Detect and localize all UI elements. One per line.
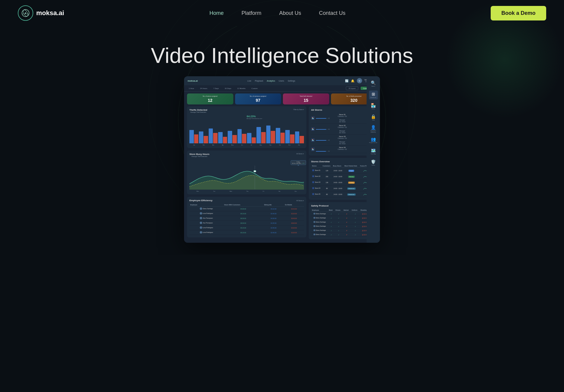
emp-sitting-idle: 03:45:00 xyxy=(263,230,284,235)
store-info: Store 04 Cameras • 20 21 xyxy=(316,147,369,152)
so-col-hours: Busy Hours xyxy=(332,164,344,168)
safety-table-row: Elena Santiago ✓ ✓ ✗ ✓ @10:00 - 12:00 xyxy=(311,233,375,237)
so-store-name: Store 01 xyxy=(311,168,322,174)
book-demo-button[interactable]: Book a Demo xyxy=(491,6,546,20)
safety-table: Employee Mask Gloves Hairnet Uniform Bre… xyxy=(311,209,375,237)
nav-platform[interactable]: Platform xyxy=(242,10,262,16)
stat-theft-label: Total theft detected xyxy=(285,95,327,97)
sp-hairnet: ✗ xyxy=(343,228,351,233)
emp-name: Aria Thompson xyxy=(189,216,223,221)
so-col-aisle: Most Visited Aisle xyxy=(343,164,359,168)
check-icon: ✓ xyxy=(338,217,339,219)
filter-custom[interactable]: Custom xyxy=(250,87,259,90)
store-manager: ManagerJon Snow xyxy=(316,119,369,123)
sp-gloves: ✓ xyxy=(335,212,343,216)
sp-employee-name: Elena Santiago xyxy=(311,224,328,228)
thefts-chart-title: Thefts Detected xyxy=(189,109,207,111)
store-cameras: Cameras • 20 xyxy=(316,148,369,150)
emp-sitting-idle: 04:00:00 xyxy=(263,216,284,221)
hero-section: Video Intelligence Solutions moksa.ai Li… xyxy=(0,26,564,255)
dash-nav-analytics[interactable]: Analytics xyxy=(267,80,275,82)
sp-hairnet: ✗ xyxy=(343,216,351,220)
employee-table-row: Luna Rodriguez 05:15:00 03:45:00 02:20:0… xyxy=(189,230,304,235)
check-icon: ✓ xyxy=(331,213,332,215)
nav-contact[interactable]: Contact Us xyxy=(319,10,346,16)
dash-logo: moksa.ai xyxy=(188,80,198,82)
emp-sitting-idle: 03:45:00 xyxy=(263,211,284,216)
stores-icon: 🏪 xyxy=(371,103,376,108)
dash-main-content: Thefts Detected Average Theft Detection … xyxy=(184,106,380,243)
all-stores-header: All Stores + Add Store xyxy=(311,109,375,111)
dash-nav-users[interactable]: Users xyxy=(279,80,284,82)
sidebar-heatmap[interactable]: 🗺️ Heat Map xyxy=(369,147,378,156)
sp-hairnet: ✗ xyxy=(343,224,351,228)
safety-table-row: Elena Santiago ✓ ✓ ✗ ✓ @10:00 - 12:00 xyxy=(311,212,375,216)
filter-12months[interactable]: 12 Months xyxy=(235,87,247,90)
dash-navbar: moksa.ai Live Playback Analytics Users S… xyxy=(184,76,380,85)
filter-24hours[interactable]: 24 Hours xyxy=(198,87,209,90)
dash-nav-settings[interactable]: Settings xyxy=(288,80,295,82)
stores-overview-header: Stores Overview All Stores ▾ xyxy=(311,160,375,163)
chart-month-labels: JanFebMar AprMayJun JulAugSep OctNovDec xyxy=(189,144,304,146)
logo-text: moksa.ai xyxy=(36,9,64,17)
emp-col-mobile: On Mobile xyxy=(284,203,304,207)
check-icon: ✓ xyxy=(331,234,332,236)
check-icon: ✓ xyxy=(355,217,356,219)
nav-about[interactable]: About Us xyxy=(279,10,301,16)
sp-mask: ✓ xyxy=(328,216,335,220)
stores-overview-row: Store 05 88 14:00 - 18:00 Electronics xyxy=(311,191,375,197)
sidebar-dashboard[interactable]: ⊞ Dashboard xyxy=(369,91,378,99)
logo-icon xyxy=(18,5,33,21)
emp-col-idle: Sitting Idle xyxy=(263,203,284,207)
stat-theft-detected: Total theft detected 15 xyxy=(283,93,329,104)
employee-filter[interactable]: All Stores ▾ xyxy=(296,200,304,201)
sp-uniform: ✓ xyxy=(351,224,360,228)
sp-employee-name: Elena Santiago xyxy=(311,212,328,216)
sidebar-dashboard-label: Dashboard xyxy=(370,97,376,98)
sidebar-search[interactable]: 🔍 Search xyxy=(369,79,378,88)
sidebar-stores[interactable]: 🏪 Stores xyxy=(369,102,378,111)
filter-30days[interactable]: 30 Days xyxy=(223,87,233,90)
employee-icon: 👤 xyxy=(371,125,376,130)
sp-mask: ✓ xyxy=(328,228,335,233)
svg-point-2 xyxy=(25,12,26,14)
so-aisle: Grocery xyxy=(343,174,359,180)
search-icon: 🔍 xyxy=(371,80,376,85)
x-icon: ✗ xyxy=(346,213,347,215)
sp-hairnet: ✗ xyxy=(343,220,351,224)
so-busy-hours: 14:00 - 18:00 xyxy=(332,168,344,174)
sp-mask: ✓ xyxy=(328,220,335,224)
thefts-chart-section: Thefts Detected Average Theft Detection … xyxy=(187,106,306,148)
export-button[interactable]: ⬆ Export xyxy=(346,86,358,90)
filter-7days[interactable]: 7 Days xyxy=(211,87,221,90)
so-busy-hours: 14:00 - 18:00 xyxy=(332,174,344,180)
store-list-item: 🏪 Store 02 Cameras • 20 22 ManagerJon Sn… xyxy=(311,124,375,135)
store-list-item: 🏪 Store 03 Cameras • 20 22 ManagerJon Sn… xyxy=(311,135,375,146)
check-icon: ✓ xyxy=(355,213,356,215)
store-list-item: 🏪 Store 01 Cameras • 20 22 ManagerJon Sn… xyxy=(311,113,375,124)
sidebar-people-counter-label: People Counter xyxy=(369,142,378,143)
check-icon: ✓ xyxy=(331,226,332,227)
sidebar-safety[interactable]: 🛡️ Safety xyxy=(369,158,378,167)
sidebar-safety-label: Safety xyxy=(372,164,375,166)
so-aisle: Electronics xyxy=(343,191,359,197)
dash-nav-playback[interactable]: Playback xyxy=(255,80,263,82)
sidebar-theft[interactable]: 🔒 Theft xyxy=(369,113,378,122)
busy-hours-subtitle: Average Theft Detection xyxy=(189,155,210,157)
check-icon: ✓ xyxy=(355,221,356,223)
so-customers: 136 xyxy=(322,180,332,185)
filter-1hour[interactable]: 1 Hour xyxy=(187,87,196,90)
stores-list: 🏪 Store 01 Cameras • 20 22 ManagerJon Sn… xyxy=(311,113,375,153)
sidebar-employee[interactable]: 👤 Employee Efficiency xyxy=(369,124,378,133)
dash-nav-live[interactable]: Live xyxy=(248,80,251,82)
x-icon: ✗ xyxy=(346,217,347,219)
stat-cameras-value: 97 xyxy=(237,98,279,103)
heatmap-icon: 🗺️ xyxy=(371,148,376,153)
stat-theft-value: 15 xyxy=(285,98,327,103)
sidebar-people-counter[interactable]: 👥 People Counter xyxy=(369,136,378,145)
nav-home[interactable]: Home xyxy=(210,10,224,16)
safety-table-row: Elena Santiago ✓ ✓ ✗ ✓ @10:00 - 12:00 xyxy=(311,224,375,228)
sidebar-search-label: Search xyxy=(371,85,375,87)
store-manager: ManagerJon Snow xyxy=(316,141,369,145)
sidebar-stores-label: Stores xyxy=(372,108,375,109)
